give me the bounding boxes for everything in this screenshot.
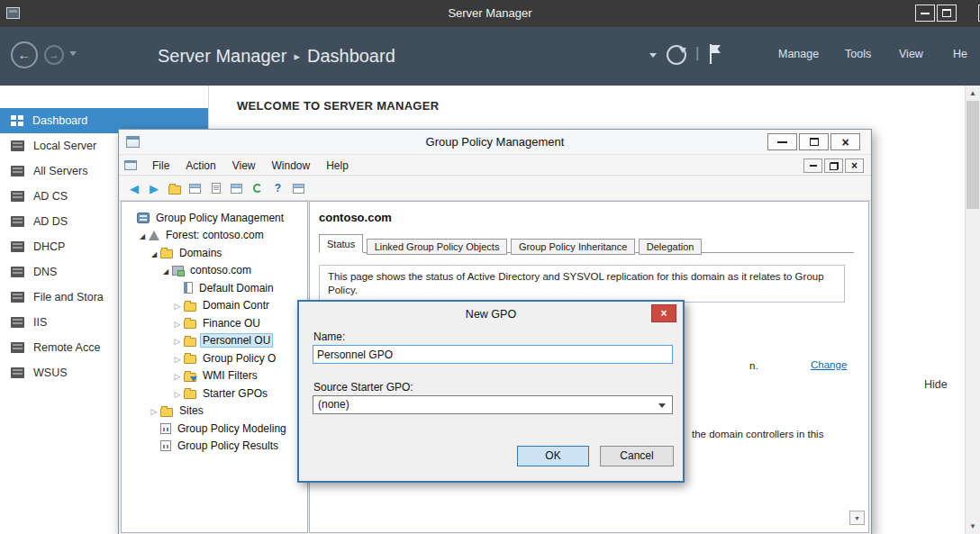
tree-item-domain-controllers[interactable]: Domain Contr: [122, 297, 307, 315]
forest-icon: [149, 231, 159, 240]
menu-help[interactable]: He: [953, 48, 967, 60]
expander-collapsed-icon[interactable]: [172, 299, 183, 312]
tree-item-label: Default Domain: [196, 281, 277, 295]
gpo-name-input[interactable]: [313, 345, 673, 364]
help-button[interactable]: ?: [269, 181, 286, 196]
tab-inheritance[interactable]: Group Policy Inheritance: [511, 239, 635, 255]
ok-button[interactable]: OK: [517, 446, 589, 466]
document-icon: [212, 183, 221, 194]
expander-collapsed-icon[interactable]: [149, 404, 159, 417]
menu-tools[interactable]: Tools: [845, 48, 871, 60]
cancel-button[interactable]: Cancel: [600, 446, 674, 466]
gpm-minimize-button[interactable]: [767, 133, 797, 150]
properties-button[interactable]: [207, 181, 224, 196]
status-text-fragment: n.: [749, 360, 758, 371]
toolbar-forward-button[interactable]: ▶: [146, 182, 162, 195]
gpm-close-button[interactable]: [830, 133, 860, 150]
menu-manage[interactable]: Manage: [778, 48, 819, 60]
tree-item-label: Group Policy Results: [175, 439, 281, 453]
console-icon: [124, 160, 137, 170]
menu-view[interactable]: View: [224, 159, 264, 172]
console-restore-button[interactable]: [824, 158, 843, 173]
notifications-caret-icon[interactable]: [649, 53, 657, 58]
servers-icon: [11, 166, 24, 176]
tree-item-group-policy-objects[interactable]: Group Policy O: [122, 349, 307, 367]
tree-item-root[interactable]: Group Policy Management: [122, 209, 307, 227]
gpm-maximize-button[interactable]: [799, 133, 829, 150]
expander-collapsed-icon[interactable]: [172, 334, 183, 347]
expander-collapsed-icon[interactable]: [172, 387, 183, 400]
tree-item-wmi-filters[interactable]: WMI Filters: [122, 367, 307, 385]
menu-view[interactable]: View: [899, 48, 923, 60]
tree-item-forest[interactable]: Forest: contoso.com: [122, 227, 307, 245]
app-maximize-button[interactable]: [937, 5, 957, 22]
menu-file[interactable]: File: [144, 159, 177, 172]
scroll-down-button[interactable]: ▼: [849, 511, 865, 525]
refresh-button[interactable]: [667, 45, 686, 65]
tree-item-sites[interactable]: Sites: [122, 403, 307, 421]
hide-link[interactable]: Hide: [924, 378, 948, 391]
expander-collapsed-icon[interactable]: [172, 369, 183, 382]
expander-expanded-icon[interactable]: [137, 229, 148, 241]
expander-expanded-icon[interactable]: [149, 247, 159, 259]
up-one-level-button[interactable]: [166, 181, 183, 196]
scrollbar-thumb[interactable]: [966, 101, 979, 209]
nav-dropdown-caret-icon[interactable]: [69, 51, 77, 56]
expander-collapsed-icon[interactable]: [172, 317, 183, 330]
refresh-button[interactable]: [249, 181, 266, 196]
back-button[interactable]: ←: [11, 41, 38, 68]
tab-delegation[interactable]: Delegation: [639, 239, 703, 255]
scrollbar-up-button[interactable]: ▲: [966, 86, 980, 101]
menu-action[interactable]: Action: [177, 159, 223, 172]
sidebar-item-label: Local Server: [33, 140, 96, 152]
tree-item-gp-modeling[interactable]: Group Policy Modeling: [122, 420, 307, 438]
gpm-titlebar[interactable]: Group Policy Management: [119, 130, 871, 155]
tree-item-domains[interactable]: Domains: [122, 244, 307, 262]
menu-help[interactable]: Help: [318, 159, 357, 172]
toolbar-back-button[interactable]: ◀: [126, 182, 142, 195]
show-hide-console-tree-button[interactable]: [186, 181, 204, 196]
tree-item-label: Group Policy O: [200, 351, 278, 366]
close-icon: [841, 134, 848, 150]
app-titlebar: Server Manager: [0, 0, 980, 27]
app-minimize-button[interactable]: [915, 5, 935, 22]
export-list-button[interactable]: [290, 181, 307, 196]
restore-icon: [830, 162, 839, 170]
status-description-text: This page shows the status of Active Dir…: [328, 271, 824, 295]
expander-expanded-icon[interactable]: [160, 264, 171, 276]
menu-window[interactable]: Window: [264, 159, 319, 172]
console-minimize-button[interactable]: [803, 158, 822, 173]
wmi-filter-icon: [184, 373, 196, 382]
source-starter-gpo-select[interactable]: (none): [313, 395, 673, 414]
maximize-icon: [810, 138, 819, 146]
content-header: contoso.com: [319, 211, 392, 224]
window-list-button[interactable]: [228, 181, 245, 196]
app-scrollbar-track[interactable]: ▲ ▼: [965, 86, 980, 534]
tree-item-personnel-ou[interactable]: Personnel OU: [122, 332, 307, 350]
tree-item-label: Group Policy Modeling: [175, 421, 289, 436]
scrollbar-down-button[interactable]: ▼: [966, 519, 980, 534]
source-starter-gpo-label: Source Starter GPO:: [313, 381, 413, 394]
tab-linked-gpos[interactable]: Linked Group Policy Objects: [367, 239, 508, 255]
dialog-close-button[interactable]: ×: [651, 304, 676, 322]
tree-item-label: Group Policy Management: [153, 211, 286, 225]
console-close-button[interactable]: [845, 158, 864, 173]
tree-item-contoso-domain[interactable]: contoso.com: [122, 262, 307, 280]
tree-item-finance-ou[interactable]: Finance OU: [122, 314, 307, 332]
minimize-icon: [921, 13, 930, 14]
sidebar-item-label: DNS: [33, 266, 57, 278]
tree-item-default-domain-policy[interactable]: Default Domain: [122, 279, 307, 297]
forward-button[interactable]: →: [44, 45, 64, 65]
welcome-title: WELCOME TO SERVER MANAGER: [237, 99, 439, 113]
app-header: ← → Server Manager▸Dashboard | Manage To…: [0, 27, 980, 86]
breadcrumb-root[interactable]: Server Manager: [158, 46, 286, 66]
dns-icon: [11, 267, 24, 277]
tree-item-starter-gpos[interactable]: Starter GPOs: [122, 385, 307, 403]
change-link[interactable]: Change: [811, 359, 847, 370]
folder-icon: [184, 338, 196, 347]
tree-item-gp-results[interactable]: Group Policy Results: [122, 438, 307, 456]
expander-collapsed-icon[interactable]: [172, 352, 183, 365]
notifications-flag-icon[interactable]: [708, 43, 722, 68]
tree-item-label: Domain Contr: [200, 298, 272, 312]
tab-status[interactable]: Status: [319, 234, 363, 253]
